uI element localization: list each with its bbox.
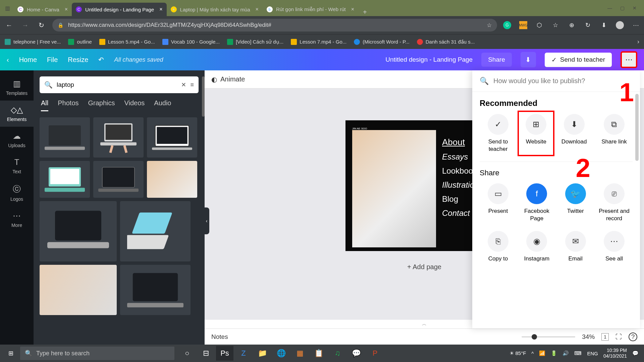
search-box[interactable]: 🔍 ✕ ≡ (40, 76, 199, 93)
rail-more[interactable]: ⋯More (0, 206, 34, 233)
element-thumb[interactable] (93, 117, 144, 158)
browser-tab-1[interactable]: CHome - Canva× (13, 3, 72, 16)
element-thumb[interactable] (40, 161, 90, 198)
publish-download[interactable]: ⬇Download (556, 114, 593, 153)
extensions-icon[interactable]: ⬡ (535, 21, 543, 29)
weather-widget[interactable]: ☀ 85°F (509, 350, 526, 356)
zoom-value[interactable]: 34% (582, 333, 595, 341)
notifications-icon[interactable]: 💬 (632, 350, 639, 356)
share-see-all[interactable]: ⋯See all (596, 231, 633, 262)
publish-share-link[interactable]: ⧉Share link (596, 114, 633, 153)
language-indicator[interactable]: ENG (587, 351, 598, 356)
bookmark-item[interactable]: Lesson 5.mp4 - Go... (99, 39, 155, 45)
task-edge[interactable]: 🌐 (272, 346, 290, 361)
task-spotify[interactable]: ♫ (329, 346, 346, 361)
share-instagram[interactable]: ◉Instagram (518, 231, 555, 262)
rail-uploads[interactable]: ☁Uploads (0, 127, 34, 153)
close-icon[interactable]: × (351, 6, 354, 12)
keyboard-icon[interactable]: ⌨ (574, 350, 582, 356)
send-to-teacher-button[interactable]: ✓Send to teacher (545, 53, 612, 67)
task-powerpoint[interactable]: P (366, 346, 384, 361)
extension-icon[interactable]: MWG (519, 21, 527, 29)
rail-text[interactable]: TText (0, 153, 34, 179)
url-input[interactable]: 🔒 https://www.canva.com/design/DAEr32LgM… (52, 19, 497, 32)
design-image[interactable] (352, 130, 436, 247)
tab-all[interactable]: All (41, 99, 48, 111)
notes-button[interactable]: Notes (211, 333, 228, 341)
clock[interactable]: 10:39 PM04/10/2021 (603, 348, 627, 359)
publish-send-teacher[interactable]: ✓Send to teacher (480, 114, 517, 153)
browser-tab-2[interactable]: CUntitled design - Landing Page× (72, 3, 167, 16)
rail-templates[interactable]: ▥Templates (0, 74, 34, 101)
bookmark-item[interactable]: Lesson 7.mp4 - Go... (291, 39, 346, 45)
undo-icon[interactable]: ↶ (98, 56, 104, 64)
browser-tab-4[interactable]: bRút gọn link miễn phí - Web rút× (263, 3, 358, 16)
task-app[interactable]: ▦ (291, 346, 309, 361)
tab-overview-icon[interactable]: ▥ (1, 5, 13, 11)
bookmarks-overflow-icon[interactable]: › (637, 38, 639, 45)
collections-icon[interactable]: ⊕ (568, 21, 576, 29)
bookmark-item[interactable]: outline (68, 39, 92, 45)
tab-audio[interactable]: Audio (154, 99, 171, 111)
bookmark-item[interactable]: Vocab 100 - Google... (162, 39, 220, 45)
bookmark-item[interactable]: [Video] Cách sử dụ... (227, 39, 283, 45)
menu-icon[interactable]: ⋯ (632, 21, 640, 29)
close-icon[interactable]: ✕ (633, 5, 637, 11)
filter-icon[interactable]: ≡ (190, 81, 194, 88)
help-icon[interactable]: ? (629, 333, 637, 341)
rail-elements[interactable]: ◇△Elements (0, 101, 34, 127)
profile-icon[interactable] (616, 21, 624, 29)
download-button[interactable]: ⬇ (521, 52, 536, 67)
resize-menu[interactable]: Resize (68, 56, 88, 64)
element-thumb[interactable] (93, 161, 144, 198)
bookmark-item[interactable]: telephone | Free ve... (5, 39, 61, 45)
share-copy[interactable]: ⎘Copy to (480, 231, 517, 262)
bookmark-item[interactable]: (Microsoft Word - P... (354, 39, 409, 45)
share-facebook[interactable]: fFacebook Page (518, 183, 555, 222)
share-present[interactable]: ▭Present (480, 183, 517, 222)
close-icon[interactable]: × (65, 6, 68, 12)
element-thumb[interactable] (40, 201, 117, 261)
battery-icon[interactable]: 🔋 (551, 350, 557, 356)
publish-search[interactable]: 🔍 (472, 70, 640, 92)
share-present-record[interactable]: ⎚Present and record (596, 183, 633, 222)
zoom-slider[interactable] (522, 336, 575, 338)
file-menu[interactable]: File (47, 56, 58, 64)
volume-icon[interactable]: 🔊 (562, 350, 569, 356)
maximize-icon[interactable]: ▢ (620, 5, 625, 11)
bookmark-item[interactable]: Danh sách 31 đầu s... (417, 39, 475, 45)
task-notes[interactable]: 📋 (310, 346, 327, 361)
add-page-button[interactable]: + Add page (397, 259, 451, 275)
element-thumb[interactable] (147, 117, 197, 158)
share-twitter[interactable]: 🐦Twitter (557, 183, 594, 222)
home-link[interactable]: Home (19, 56, 37, 64)
close-icon[interactable]: × (256, 6, 259, 12)
browser-tab-3[interactable]: ✦Laptop | Máy tính xách tay mùa× (167, 3, 263, 16)
task-photoshop[interactable]: Ps (216, 346, 233, 361)
history-icon[interactable]: ↻ (584, 21, 592, 29)
tray-chevron-icon[interactable]: ^ (531, 351, 534, 356)
downloads-icon[interactable]: ⬇ (600, 21, 608, 29)
minimize-icon[interactable]: — (607, 5, 612, 11)
back-icon[interactable]: ‹ (7, 56, 9, 64)
tab-videos[interactable]: Videos (124, 99, 145, 111)
share-email[interactable]: ✉Email (557, 231, 594, 262)
search-input[interactable] (57, 81, 177, 88)
share-button[interactable]: Share (481, 53, 512, 67)
taskbar-search[interactable]: 🔍Type here to search (20, 347, 174, 360)
element-thumb[interactable] (40, 117, 90, 158)
task-explorer[interactable]: 📁 (254, 346, 271, 361)
fullscreen-icon[interactable]: ⛶ (615, 333, 622, 341)
task-line[interactable]: 💬 (347, 346, 365, 361)
forward-button[interactable]: → (20, 21, 30, 29)
panel-scrollbar[interactable] (202, 76, 205, 117)
task-zalo[interactable]: Z (235, 346, 252, 361)
element-thumb[interactable] (120, 265, 191, 315)
reload-button[interactable]: ↻ (36, 21, 46, 29)
element-thumb[interactable] (147, 161, 197, 198)
more-button[interactable]: ⋯ (621, 51, 637, 68)
tab-graphics[interactable]: Graphics (88, 99, 115, 111)
animate-button[interactable]: ◐Animate (211, 75, 245, 83)
publish-scrollbar[interactable] (635, 94, 639, 161)
publish-search-input[interactable] (493, 77, 633, 85)
